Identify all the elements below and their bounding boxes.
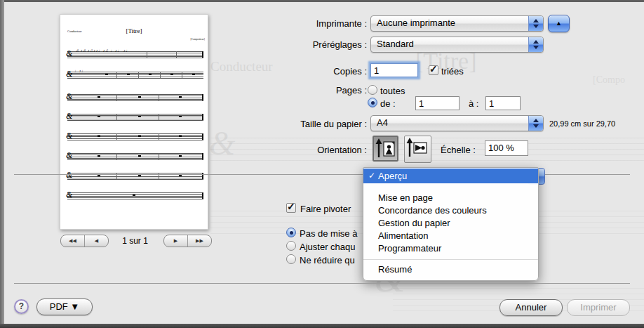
rotate-pages-label: Faire pivoter (300, 204, 351, 214)
whole-rest (138, 96, 141, 98)
printer-popup[interactable]: Aucune imprimante (370, 15, 544, 32)
popup-stepper-icon (528, 16, 543, 31)
treble-clef-icon: & (66, 70, 72, 78)
pages-label: Pages : (196, 85, 367, 96)
help-button[interactable]: ? (14, 299, 29, 314)
pages-to-label: à : (469, 98, 478, 109)
shrink-only-label: Ne réduire qu (300, 255, 355, 265)
barline (176, 51, 177, 58)
paper-size-popup-value: A4 (377, 117, 388, 128)
barline (116, 133, 117, 140)
previous-page-button[interactable]: ◀ (85, 235, 108, 247)
last-page-button[interactable]: ▶▶ (188, 235, 211, 247)
barline (116, 153, 117, 159)
menu-item-resume[interactable]: Résumé (363, 263, 538, 276)
barline (147, 51, 147, 58)
menu-item-label: Aperçu (378, 171, 407, 181)
pages-all-radio[interactable] (368, 85, 377, 95)
preview-forward-buttons[interactable]: ▶ ▶▶ (163, 235, 212, 247)
whole-rest (98, 175, 100, 176)
whole-rest (179, 155, 182, 157)
whole-rest (138, 175, 141, 176)
printer-popup-value: Aucune imprimante (377, 18, 455, 28)
end-barline (202, 51, 203, 58)
barline (159, 133, 159, 140)
pages-to-input[interactable]: 1 (485, 96, 521, 110)
barline (182, 72, 182, 78)
paper-dimensions: 20,99 cm sur 29,70 (549, 119, 615, 128)
ghost-clef-icon: & (209, 124, 235, 162)
scale-input[interactable]: 100 % (485, 140, 528, 156)
pages-all-label: toutes (380, 86, 405, 96)
copies-input[interactable]: 1 (370, 63, 418, 77)
checkmark-icon: ✓ (429, 63, 438, 74)
collated-label: triées (441, 66, 464, 77)
rotate-pages-checkbox[interactable]: ✓ (286, 203, 296, 213)
treble-clef-icon: & (66, 171, 72, 179)
ghost-composer: [Compo (593, 74, 625, 86)
cancel-button[interactable]: Annuler (499, 299, 563, 316)
whole-rest (98, 116, 100, 117)
scale-label: Échelle : (441, 145, 476, 155)
barline (116, 114, 117, 120)
collapse-sheet-button[interactable]: ▲ (548, 15, 570, 32)
whole-rest (192, 74, 195, 75)
barline (138, 72, 139, 78)
menu-item-programmateur[interactable]: Programmateur (363, 242, 538, 255)
portrait-orientation-icon (374, 137, 397, 160)
whole-rest (98, 96, 100, 98)
menu-item-mise-en-page[interactable]: Mise en page (363, 192, 538, 204)
barline (116, 94, 117, 100)
presets-popup[interactable]: Standard (370, 37, 544, 53)
printer-label: Imprimante : (196, 18, 367, 29)
orientation-label: Orientation : (196, 145, 367, 155)
next-page-button[interactable]: ▶ (164, 235, 188, 247)
pages-range-radio[interactable] (368, 98, 377, 107)
menu-item-apercu[interactable]: ✓ Aperçu (363, 169, 538, 183)
preview-title: [Titre] (60, 27, 208, 34)
barline (159, 153, 159, 159)
window-bottom-edge (0, 324, 644, 328)
print-preview-page: Conducteur [Titre] [Compositeur] & ♬♪♬♪♫… (60, 14, 208, 230)
treble-clef-icon: & (66, 190, 72, 199)
menu-spacer (363, 183, 538, 192)
orientation-landscape-button[interactable] (404, 136, 431, 163)
whole-rest (133, 195, 135, 196)
note-run: ♬♪♬♪♫♪♪♩♪♫ ♩♪♩ ♪♩ (76, 48, 130, 53)
preview-back-buttons[interactable]: ◀◀ ◀ (60, 235, 109, 247)
checkmark-icon: ✓ (368, 169, 375, 183)
whole-rest (127, 74, 130, 75)
whole-rest (98, 136, 100, 137)
pages-from-label: de : (380, 98, 396, 109)
end-barline (202, 192, 203, 199)
pages-from-input[interactable]: 1 (415, 96, 459, 110)
menu-item-concordance-couleurs[interactable]: Concordance des couleurs (363, 204, 538, 217)
menu-item-alimentation[interactable]: Alimentation (363, 230, 538, 242)
menu-item-gestion-papier[interactable]: Gestion du papier (363, 217, 538, 230)
paper-size-popup[interactable]: A4 (370, 115, 544, 131)
staff-system: & (67, 133, 203, 140)
treble-clef-icon: & (66, 131, 72, 140)
print-button[interactable]: Imprimer (567, 299, 630, 316)
orientation-portrait-button[interactable] (373, 136, 398, 162)
shrink-only-radio[interactable] (286, 254, 296, 264)
panes-menu[interactable]: ✓ Aperçu Mise en page Concordance des co… (363, 167, 539, 281)
window-left-edge (0, 0, 4, 328)
barline (159, 94, 159, 100)
collated-checkbox[interactable]: ✓ (429, 65, 438, 75)
whole-rest (105, 74, 108, 75)
whole-rest (138, 155, 141, 157)
treble-clef-icon: & (66, 112, 72, 120)
end-barline (202, 133, 203, 140)
treble-clef-icon: & (66, 151, 72, 159)
note-run: ♩♪♩ (74, 69, 86, 73)
pdf-menu-button[interactable]: PDF ▼ (36, 299, 93, 315)
staff-system: & ♬♪♬♪♫♪♪♩♪♫ ♩♪♩ ♪♩ (67, 51, 203, 58)
no-scaling-radio[interactable] (286, 228, 296, 237)
staff-system: & (67, 114, 203, 121)
fit-page-radio[interactable] (286, 241, 296, 251)
paper-size-label: Taille du papier : (196, 119, 367, 129)
checkmark-icon: ✓ (287, 201, 295, 212)
first-page-button[interactable]: ◀◀ (61, 235, 85, 247)
staff-system: & (67, 192, 203, 199)
